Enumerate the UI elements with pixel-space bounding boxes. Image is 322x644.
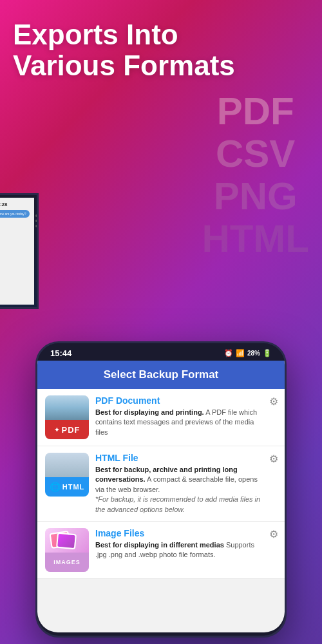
phone-dot-2	[35, 220, 38, 222]
html-globe-icon: 🌐	[50, 482, 61, 492]
html-icon-inner: 🌐 HTML	[45, 453, 89, 497]
phone-status-bar: 15:44 ⏰ 📶 28% 🔋	[37, 343, 285, 361]
html-format-text: HTML File Best for backup, archive and p…	[95, 453, 277, 515]
html-preview-img	[45, 453, 89, 477]
images-bottom: IMAGES	[45, 553, 89, 572]
alarm-icon: ⏰	[224, 349, 233, 357]
phone-status-icons: ⏰ 📶 28% 🔋	[224, 349, 272, 357]
html-format-desc: Best for backup, archive and printing lo…	[95, 465, 263, 515]
phone-dot-3	[35, 225, 38, 227]
pdf-format-text: PDF Document Best for displaying and pri…	[95, 395, 277, 437]
watermark-pdf: PDF	[202, 90, 309, 133]
app-header: Select Backup Format	[37, 361, 285, 389]
pdf-format-name: PDF Document	[95, 395, 263, 406]
html-gear-icon[interactable]: ⚙	[269, 453, 278, 465]
headline-line1: Exports Into	[13, 19, 178, 50]
phone-dot-1	[35, 214, 38, 217]
pdf-format-desc: Best for displaying and printing. A PDF …	[95, 408, 263, 437]
html-desc-note: *For backup, it is recommended to add me…	[95, 495, 260, 513]
format-watermarks: PDF CSV PNG HTML	[202, 90, 309, 260]
phone-left-chat-bubble: How are you today?	[0, 210, 30, 218]
phone-time: 15:44	[50, 348, 71, 358]
phone-left-screen: 15:28 How are you today?	[0, 198, 34, 305]
phone-left-buttons	[35, 214, 38, 227]
app-title: Select Backup Format	[104, 368, 219, 381]
headline-line2: Various Formats	[13, 50, 235, 81]
img-overlap2	[56, 533, 77, 550]
watermark-png: PNG	[202, 175, 309, 218]
html-preview-top	[45, 453, 89, 477]
format-item-pdf[interactable]: ✦ PDF PDF Document Best for displaying a…	[37, 389, 285, 446]
headline: Exports Into Various Formats	[13, 19, 309, 82]
app-content: Select Backup Format ✦ PDF	[37, 361, 285, 632]
html-label-text: HTML	[62, 483, 85, 491]
images-gear-icon[interactable]: ⚙	[269, 528, 278, 540]
format-list: ✦ PDF PDF Document Best for displaying a…	[37, 389, 285, 579]
images-format-name: Image Files	[95, 528, 263, 538]
phone-left: 15:28 How are you today?	[0, 193, 39, 309]
pdf-preview-img	[45, 395, 89, 420]
format-item-images[interactable]: IMAGES Image Files Best for displaying i…	[37, 522, 285, 579]
background: Exports Into Various Formats PDF CSV PNG…	[0, 0, 322, 644]
images-icon-box: IMAGES	[45, 528, 89, 572]
signal-icon: 📶	[236, 349, 245, 357]
images-format-text: Image Files Best for displaying in diffe…	[95, 528, 277, 560]
battery-level: 28%	[247, 350, 260, 357]
images-format-desc: Best for displaying in different medias …	[95, 540, 263, 560]
images-inner: IMAGES	[45, 528, 89, 572]
pdf-desc-bold: Best for displaying and printing.	[95, 408, 204, 416]
pdf-icon-inner: ✦ PDF	[45, 395, 89, 439]
pdf-text: PDF	[62, 425, 80, 435]
images-desc-bold: Best for displaying in different medias	[95, 541, 224, 549]
pdf-label-bar: ✦ PDF	[45, 420, 89, 439]
format-item-html[interactable]: 🌐 HTML HTML File Best for backup, archiv…	[37, 446, 285, 522]
images-top	[45, 528, 89, 553]
pdf-icon-box: ✦ PDF	[45, 395, 89, 439]
html-label-bar: 🌐 HTML	[45, 477, 89, 497]
pdf-symbol: ✦	[54, 426, 59, 433]
phone-left-content: 15:28 How are you today?	[0, 198, 34, 222]
phone-left-time: 15:28	[0, 202, 32, 207]
pdf-preview-top	[45, 395, 89, 420]
watermark-html: HTML	[202, 218, 309, 260]
watermark-csv: CSV	[202, 133, 309, 175]
battery-icon: 🔋	[263, 349, 272, 357]
phone-main: 15:44 ⏰ 📶 28% 🔋 Select Backup Format	[35, 341, 287, 638]
pdf-gear-icon[interactable]: ⚙	[269, 395, 278, 408]
html-format-name: HTML File	[95, 453, 263, 463]
images-label: IMAGES	[53, 559, 80, 565]
html-icon-box: 🌐 HTML	[45, 453, 89, 497]
